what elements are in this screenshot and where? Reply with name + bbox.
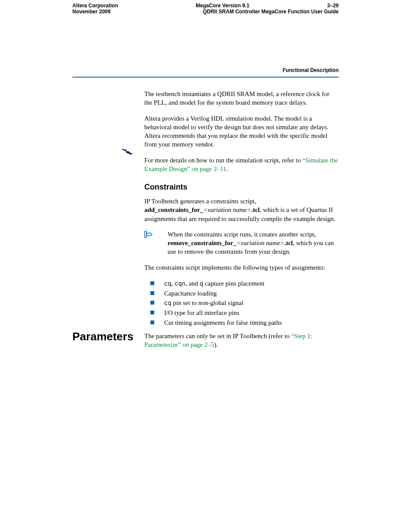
main-content: The testbench instantiates a QDRII SRAM … (144, 90, 339, 334)
footer-row: Altera Corporation MegaCore Version 9.1 … (72, 3, 339, 9)
variable: <variation name> (237, 240, 284, 246)
text: When the constraints script runs, it cre… (168, 231, 316, 238)
page-footer: Altera Corporation MegaCore Version 9.1 … (72, 3, 339, 15)
text: , and (186, 280, 200, 287)
text: capture pins placement (203, 280, 265, 287)
filename-ext: .tcl (251, 206, 260, 213)
text: ). (214, 341, 218, 348)
signal-name: cqn (174, 280, 185, 287)
bullet-list: cq, cqn, and q capture pins placement Ca… (150, 279, 339, 328)
filename-ext: .tcl (284, 240, 293, 246)
text: For more details on how to run the simul… (144, 157, 302, 164)
document-page: Functional Description The testbench ins… (0, 0, 411, 65)
svg-point-1 (125, 149, 127, 152)
cursor-note-icon (122, 148, 134, 156)
svg-point-0 (122, 149, 124, 150)
footer-doc-title: QDRII SRAM Controller MegaCore Function … (111, 9, 339, 15)
footer-date: November 2009 (72, 9, 111, 15)
paragraph: Altera provides a Verilog HDL simulation… (144, 114, 339, 149)
note-block: When the constraints script runs, it cre… (144, 230, 339, 256)
paragraph-with-link: For more details on how to run the simul… (144, 156, 339, 174)
signal-name: cq (164, 300, 171, 307)
signal-name: q (199, 280, 203, 287)
text: . (226, 165, 228, 172)
footer-row: November 2009 QDRII SRAM Controller Mega… (72, 9, 339, 15)
heading-parameters: Parameters (72, 330, 134, 343)
pointing-hand-icon (144, 231, 154, 238)
running-head: Functional Description (283, 67, 339, 73)
list-item: cq pin set to non-global signal (150, 298, 339, 308)
list-item: cq, cqn, and q capture pins placement (150, 279, 339, 289)
text: The parameters can only be set in IP Too… (144, 333, 291, 339)
footer-version: MegaCore Version 9.1 (118, 3, 327, 9)
list-item: Cut timing assignments for false timing … (150, 318, 339, 328)
footer-corporation: Altera Corporation (72, 3, 118, 9)
variable: <variation name> (203, 206, 251, 213)
filename-prefix: add_constraints_for_ (144, 206, 203, 213)
signal-name: cq (164, 280, 171, 287)
header-rule (72, 77, 339, 78)
paragraph: The constraints script implements the fo… (144, 263, 339, 272)
paragraph: The testbench instantiates a QDRII SRAM … (144, 90, 339, 107)
paragraph: IP Toolbench generates a constraints scr… (144, 197, 339, 223)
parameters-paragraph: The parameters can only be set in IP Too… (144, 332, 339, 349)
filename-prefix: remove_constraints_for_ (168, 240, 237, 246)
list-item: Capacitance loading (150, 289, 339, 299)
text: pin set to non-global signal (171, 299, 243, 306)
list-item: I/O type for all interface pins (150, 308, 339, 318)
heading-constraints: Constraints (144, 183, 339, 192)
text: IP Toolbench generates a constraints scr… (144, 198, 256, 205)
footer-page-number: 3–29 (327, 3, 339, 9)
